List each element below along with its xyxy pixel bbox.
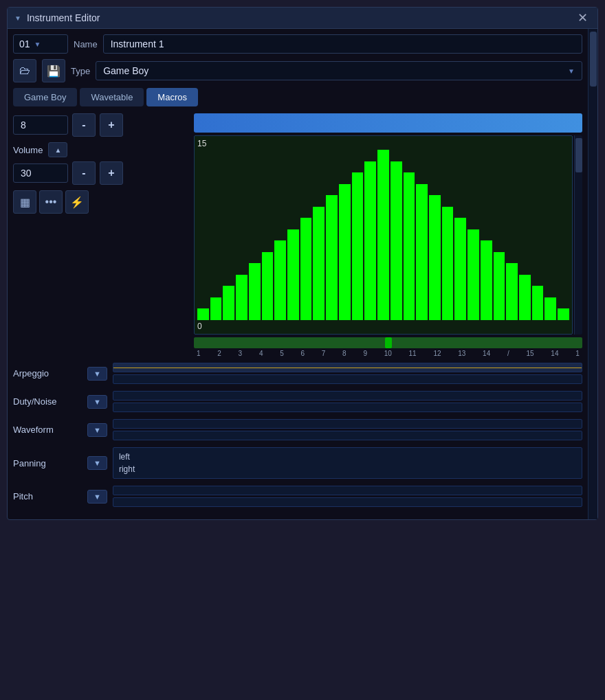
collapse-arrow-icon[interactable]: ▼ [14,14,21,22]
volume-minus-button[interactable]: - [72,161,96,185]
save-icon: 💾 [47,65,60,78]
chart-bar-28[interactable] [558,308,569,320]
type-value: Game Boy [103,65,148,76]
waveform-label: Waveform [13,425,82,435]
chart-bar-15[interactable] [390,161,402,320]
dots-button[interactable]: ••• [39,190,63,214]
window-scrollbar[interactable] [588,29,597,519]
lightning-icon: ⚡ [70,196,84,209]
type-dropdown-arrow-icon: ▼ [568,67,575,75]
panning-bar: left right [113,447,582,479]
right-panel: 15 0 [194,113,582,363]
type-dropdown[interactable]: Game Boy ▼ [96,61,582,80]
chart-bar-11[interactable] [339,184,351,320]
step-bar [194,113,582,133]
pitch-bar-group [113,486,582,507]
chart-bar-9[interactable] [313,207,324,320]
pitch-expand-button[interactable]: ▼ [87,490,107,504]
instrument-num-value: 01 [19,38,30,49]
instrument-number-select[interactable]: 01 ▼ [13,34,68,54]
title-bar: ▼ Instrument Editor ✕ [8,8,597,29]
scrub-bar[interactable] [194,337,582,348]
step-plus-button[interactable]: + [100,113,123,137]
chart-bar-4[interactable] [249,263,261,320]
arpeggio-bottom-bar [113,374,582,384]
chart-bar-3[interactable] [236,275,248,320]
volume-label: Volume [13,145,43,155]
tab-wavetable[interactable]: Wavetable [80,88,144,106]
duty-noise-bottom-bar [113,403,582,412]
chart-scrollbar-thumb [575,138,582,172]
chart-bar-20[interactable] [454,218,466,320]
close-button[interactable]: ✕ [575,12,591,24]
type-label: Type [71,66,90,76]
pitch-top-bar [113,486,582,495]
waveform-bottom-bar [113,431,582,440]
arpeggio-expand-button[interactable]: ▼ [87,367,107,381]
chart-bar-19[interactable] [442,207,454,320]
instrument-name-input[interactable]: Instrument 1 [103,34,582,54]
name-label: Name [74,39,98,49]
chart-bar-12[interactable] [352,172,364,320]
volume-value-display[interactable]: 30 [13,163,68,183]
window-title: Instrument Editor [27,12,100,23]
volume-expand-button[interactable]: ▲ [48,142,67,157]
chart-bar-14[interactable] [377,150,389,320]
dots-icon: ••• [45,196,57,208]
chart-bar-18[interactable] [429,195,441,320]
lightning-button[interactable]: ⚡ [65,190,89,214]
chart-bar-8[interactable] [300,218,312,320]
chart-bar-1[interactable] [210,297,222,320]
arpeggio-top-bar [113,363,582,372]
chart-bar-24[interactable] [506,263,518,320]
folder-icon: 🗁 [19,65,30,77]
tab-macros[interactable]: Macros [146,88,198,106]
tabs-row: Game Boy Wavetable Macros [13,88,582,106]
chart-bar-7[interactable] [287,229,299,320]
num-dropdown-arrow-icon: ▼ [34,41,41,48]
window-scrollbar-thumb [590,32,597,87]
duty-noise-top-bar [113,391,582,400]
step-minus-button[interactable]: - [72,113,96,137]
chart-bar-17[interactable] [416,184,428,320]
panning-label: Panning [13,458,82,468]
folder-button[interactable]: 🗁 [13,59,36,82]
type-row: 🗁 💾 Type Game Boy ▼ [13,59,582,82]
panning-option-left: left [119,452,130,462]
volume-chart: 15 0 [194,135,573,335]
chart-bar-23[interactable] [494,252,505,320]
panning-row: Panning ▼ left right [13,447,582,479]
chart-bar-25[interactable] [519,275,531,320]
chart-bar-0[interactable] [197,308,209,320]
pitch-bottom-bar [113,497,582,507]
chart-bar-5[interactable] [262,252,274,320]
chart-bar-26[interactable] [532,286,544,320]
arpeggio-label: Arpeggio [13,368,82,379]
waveform-row: Waveform ▼ [13,419,582,440]
tab-gameboy[interactable]: Game Boy [13,88,77,106]
chart-bar-22[interactable] [481,240,492,320]
step-control: 8 - + [13,113,188,137]
chart-scrollbar[interactable] [574,135,582,335]
instrument-editor-window: ▼ Instrument Editor ✕ 01 ▼ Name Instrume… [7,7,598,520]
chart-bar-6[interactable] [274,240,286,320]
chart-bar-10[interactable] [326,195,338,320]
arpeggio-row: Arpeggio ▼ [13,363,582,384]
save-button[interactable]: 💾 [42,59,65,82]
pitch-row: Pitch ▼ [13,486,582,507]
chart-bar-21[interactable] [468,229,479,320]
duty-noise-label: Duty/Noise [13,396,82,407]
chart-bar-16[interactable] [404,172,415,320]
waveform-expand-button[interactable]: ▼ [87,423,107,437]
volume-row: Volume ▲ [13,142,188,157]
chart-bar-27[interactable] [544,297,556,320]
chart-bar-2[interactable] [223,286,234,320]
panning-option-right: right [119,464,135,474]
bar-chart-button[interactable]: ▦ [13,190,36,214]
volume-plus-button[interactable]: + [100,161,123,185]
duty-noise-expand-button[interactable]: ▼ [87,395,107,409]
step-value-display[interactable]: 8 [13,115,68,135]
chart-bar-13[interactable] [364,161,376,320]
panning-expand-button[interactable]: ▼ [87,456,107,470]
x-axis-labels: 1 2 3 4 5 6 7 8 9 10 11 12 13 14 [194,350,582,357]
